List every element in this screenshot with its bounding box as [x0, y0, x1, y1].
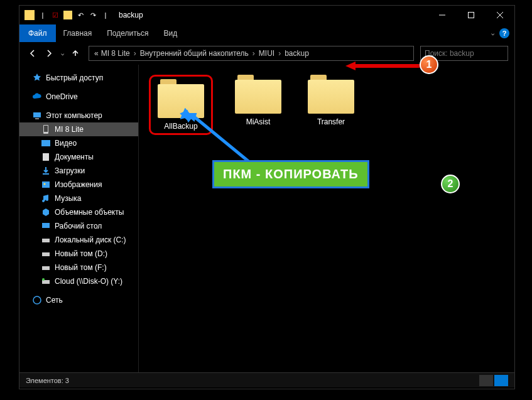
view-tab[interactable]: Вид — [156, 24, 185, 42]
recent-dropdown[interactable]: ⌵ — [58, 46, 66, 60]
sidebar-quick-access[interactable]: Быстрый доступ — [19, 71, 138, 85]
chevron-right-icon[interactable]: › — [276, 49, 283, 58]
sidebar-mi8[interactable]: MI 8 Lite — [19, 122, 138, 136]
svg-marker-26 — [178, 108, 192, 122]
cube-icon — [41, 207, 51, 217]
item-count: Элементов: 3 — [26, 377, 69, 384]
breadcrumb-backup[interactable]: backup — [283, 49, 310, 58]
downloads-icon — [41, 166, 51, 176]
navigation-pane[interactable]: Быстрый доступ OneDrive Этот компьютер M… — [19, 65, 139, 372]
sidebar-network[interactable]: Сеть — [19, 293, 138, 307]
network-icon — [32, 295, 42, 305]
drive-icon — [41, 249, 51, 259]
callout-badge-2: 2 — [441, 175, 460, 193]
drive-icon — [41, 235, 51, 245]
svg-rect-8 — [41, 140, 50, 146]
chevron-right-icon[interactable]: › — [250, 49, 258, 58]
ribbon: Файл Главная Поделиться Вид ⌵ ? — [19, 24, 514, 42]
desktop-icon — [41, 221, 51, 231]
folder-label: Transfer — [317, 117, 345, 126]
file-tab[interactable]: Файл — [19, 24, 56, 42]
documents-icon — [41, 152, 51, 162]
svg-rect-15 — [42, 266, 50, 270]
video-icon — [41, 138, 51, 148]
drive-icon — [41, 262, 51, 273]
redo-icon[interactable]: ↷ — [89, 11, 97, 19]
sidebar-pictures[interactable]: Изображения — [19, 178, 138, 192]
svg-point-17 — [42, 278, 45, 281]
forward-button[interactable] — [42, 46, 56, 60]
body: Быстрый доступ OneDrive Этот компьютер M… — [19, 65, 514, 372]
details-view-button[interactable] — [479, 375, 493, 386]
minimize-button[interactable] — [428, 6, 457, 24]
svg-rect-9 — [43, 153, 49, 161]
titlebar[interactable]: | ☑ ↶ ↷ | backup — [19, 6, 514, 24]
folder-icon — [24, 10, 35, 20]
navigation-bar: ⌵ « MI 8 Lite › Внутренний общий накопит… — [19, 42, 514, 65]
breadcrumb-root[interactable]: MI 8 Lite — [100, 49, 131, 58]
sidebar-music[interactable]: Музыка — [19, 192, 138, 205]
address-bar[interactable]: « MI 8 Lite › Внутренний общий накопител… — [89, 46, 414, 61]
pc-icon — [32, 111, 42, 121]
qat-separator: | — [101, 11, 110, 19]
svg-rect-14 — [42, 252, 50, 256]
sidebar-disk-d[interactable]: Новый том (D:) — [19, 247, 138, 261]
home-tab[interactable]: Главная — [56, 24, 100, 42]
sidebar-disk-f[interactable]: Новый том (F:) — [19, 261, 138, 274]
callout-arrow-2-head — [178, 108, 192, 122]
sidebar-documents[interactable]: Документы — [19, 150, 138, 164]
svg-point-18 — [33, 296, 41, 304]
svg-rect-1 — [469, 13, 474, 18]
undo-icon[interactable]: ↶ — [76, 11, 85, 19]
sidebar-disk-cloud[interactable]: Cloud (\\Disk-O) (Y:) — [19, 274, 138, 288]
expand-ribbon-icon[interactable]: ⌵ — [491, 30, 494, 36]
sidebar-3d-objects[interactable]: Объемные объекты — [19, 205, 138, 219]
file-list[interactable]: AllBackup MiAsist Transfer — [139, 65, 514, 372]
close-button[interactable] — [486, 6, 514, 24]
sidebar-disk-c[interactable]: Локальный диск (C:) — [19, 233, 138, 247]
svg-marker-20 — [345, 62, 356, 70]
callout-tooltip: ПКМ - КОПИРОВАТЬ — [212, 160, 369, 188]
pictures-icon — [41, 180, 51, 190]
share-tab[interactable]: Поделиться — [99, 24, 156, 42]
sidebar-video[interactable]: Видео — [19, 136, 138, 150]
explorer-window: | ☑ ↶ ↷ | backup Файл Главная Поделиться… — [19, 5, 515, 389]
svg-rect-4 — [33, 112, 41, 117]
help-icon[interactable]: ? — [499, 28, 509, 38]
network-drive-icon — [41, 276, 51, 286]
svg-rect-5 — [35, 118, 39, 119]
quick-access-toolbar: | ☑ ↶ ↷ | backup — [19, 10, 143, 20]
icons-view-button[interactable] — [494, 375, 508, 386]
properties-icon[interactable]: ☑ — [51, 11, 60, 19]
svg-line-21 — [190, 113, 249, 162]
up-button[interactable] — [68, 46, 82, 60]
status-bar: Элементов: 3 — [19, 372, 514, 387]
breadcrumb-miui[interactable]: MIUI — [258, 49, 276, 58]
star-icon — [32, 73, 42, 83]
callout-badge-1: 1 — [420, 55, 438, 74]
music-icon — [41, 193, 51, 203]
back-button[interactable] — [26, 46, 40, 60]
qat-separator: | — [38, 11, 47, 19]
svg-point-11 — [44, 183, 46, 185]
svg-rect-12 — [42, 223, 50, 228]
cloud-icon — [32, 92, 42, 102]
sidebar-desktop[interactable]: Рабочий стол — [19, 219, 138, 233]
chevron-right-icon[interactable]: › — [131, 49, 139, 58]
folder-icon — [308, 75, 354, 114]
window-title: backup — [119, 11, 143, 19]
svg-rect-10 — [42, 181, 50, 188]
sidebar-downloads[interactable]: Загрузки — [19, 164, 138, 178]
callout-arrow-1 — [345, 62, 421, 70]
phone-icon — [41, 124, 51, 134]
svg-rect-7 — [44, 126, 48, 132]
sidebar-onedrive[interactable]: OneDrive — [19, 90, 138, 104]
breadcrumb-internal[interactable]: Внутренний общий накопитель — [139, 49, 250, 58]
sidebar-this-pc[interactable]: Этот компьютер — [19, 109, 138, 122]
breadcrumb-prefix: « — [93, 49, 100, 58]
folder-transfer[interactable]: Transfer — [303, 75, 359, 126]
folder-icon — [63, 11, 72, 19]
folder-icon — [235, 75, 281, 114]
maximize-button[interactable] — [457, 6, 486, 24]
svg-rect-13 — [42, 239, 50, 242]
